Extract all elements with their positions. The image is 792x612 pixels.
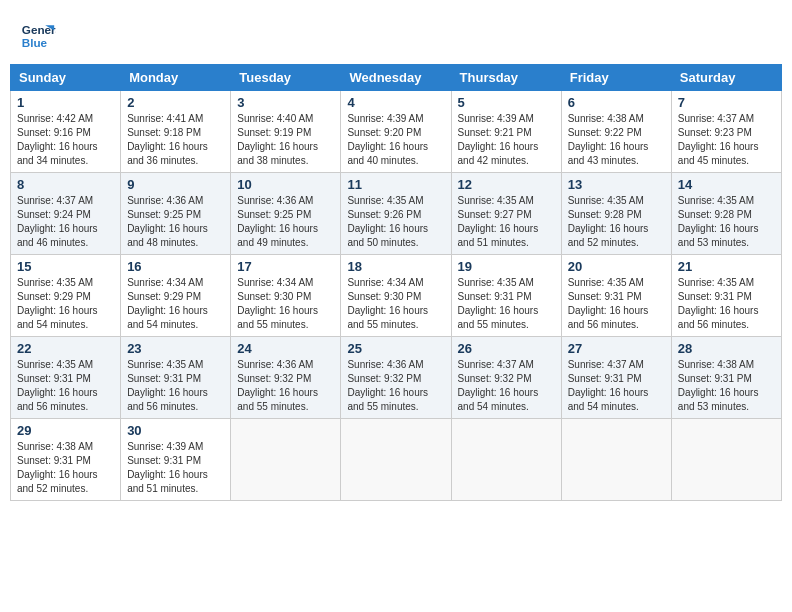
- day-number: 26: [458, 341, 555, 356]
- day-number: 14: [678, 177, 775, 192]
- day-number: 13: [568, 177, 665, 192]
- calendar-week-3: 15 Sunrise: 4:35 AMSunset: 9:29 PMDaylig…: [11, 255, 782, 337]
- day-info: Sunrise: 4:35 AMSunset: 9:28 PMDaylight:…: [678, 195, 759, 248]
- header: General Blue: [10, 10, 782, 58]
- day-info: Sunrise: 4:35 AMSunset: 9:31 PMDaylight:…: [17, 359, 98, 412]
- calendar-cell: 24 Sunrise: 4:36 AMSunset: 9:32 PMDaylig…: [231, 337, 341, 419]
- day-number: 17: [237, 259, 334, 274]
- calendar-table: SundayMondayTuesdayWednesdayThursdayFrid…: [10, 64, 782, 501]
- day-info: Sunrise: 4:37 AMSunset: 9:32 PMDaylight:…: [458, 359, 539, 412]
- calendar-cell: 12 Sunrise: 4:35 AMSunset: 9:27 PMDaylig…: [451, 173, 561, 255]
- day-info: Sunrise: 4:35 AMSunset: 9:31 PMDaylight:…: [458, 277, 539, 330]
- calendar-cell: [671, 419, 781, 501]
- day-number: 18: [347, 259, 444, 274]
- day-info: Sunrise: 4:37 AMSunset: 9:23 PMDaylight:…: [678, 113, 759, 166]
- calendar-cell: 16 Sunrise: 4:34 AMSunset: 9:29 PMDaylig…: [121, 255, 231, 337]
- day-number: 21: [678, 259, 775, 274]
- day-number: 1: [17, 95, 114, 110]
- day-number: 8: [17, 177, 114, 192]
- calendar-cell: 30 Sunrise: 4:39 AMSunset: 9:31 PMDaylig…: [121, 419, 231, 501]
- day-number: 25: [347, 341, 444, 356]
- calendar-week-2: 8 Sunrise: 4:37 AMSunset: 9:24 PMDayligh…: [11, 173, 782, 255]
- svg-text:Blue: Blue: [22, 36, 48, 49]
- day-info: Sunrise: 4:39 AMSunset: 9:31 PMDaylight:…: [127, 441, 208, 494]
- day-info: Sunrise: 4:35 AMSunset: 9:29 PMDaylight:…: [17, 277, 98, 330]
- day-number: 9: [127, 177, 224, 192]
- day-info: Sunrise: 4:39 AMSunset: 9:20 PMDaylight:…: [347, 113, 428, 166]
- day-info: Sunrise: 4:34 AMSunset: 9:30 PMDaylight:…: [237, 277, 318, 330]
- day-info: Sunrise: 4:36 AMSunset: 9:32 PMDaylight:…: [347, 359, 428, 412]
- day-info: Sunrise: 4:35 AMSunset: 9:27 PMDaylight:…: [458, 195, 539, 248]
- day-info: Sunrise: 4:39 AMSunset: 9:21 PMDaylight:…: [458, 113, 539, 166]
- calendar-cell: [451, 419, 561, 501]
- weekday-header-friday: Friday: [561, 65, 671, 91]
- calendar-cell: 11 Sunrise: 4:35 AMSunset: 9:26 PMDaylig…: [341, 173, 451, 255]
- calendar-cell: 8 Sunrise: 4:37 AMSunset: 9:24 PMDayligh…: [11, 173, 121, 255]
- logo-icon: General Blue: [20, 18, 56, 54]
- logo: General Blue: [20, 18, 56, 54]
- day-number: 7: [678, 95, 775, 110]
- day-number: 29: [17, 423, 114, 438]
- day-info: Sunrise: 4:38 AMSunset: 9:31 PMDaylight:…: [678, 359, 759, 412]
- day-info: Sunrise: 4:36 AMSunset: 9:25 PMDaylight:…: [237, 195, 318, 248]
- calendar-header-row: SundayMondayTuesdayWednesdayThursdayFrid…: [11, 65, 782, 91]
- calendar-cell: 2 Sunrise: 4:41 AMSunset: 9:18 PMDayligh…: [121, 91, 231, 173]
- calendar-cell: 26 Sunrise: 4:37 AMSunset: 9:32 PMDaylig…: [451, 337, 561, 419]
- calendar-cell: [341, 419, 451, 501]
- weekday-header-sunday: Sunday: [11, 65, 121, 91]
- day-number: 11: [347, 177, 444, 192]
- calendar-cell: 15 Sunrise: 4:35 AMSunset: 9:29 PMDaylig…: [11, 255, 121, 337]
- calendar-cell: 23 Sunrise: 4:35 AMSunset: 9:31 PMDaylig…: [121, 337, 231, 419]
- calendar-cell: [561, 419, 671, 501]
- day-info: Sunrise: 4:37 AMSunset: 9:31 PMDaylight:…: [568, 359, 649, 412]
- weekday-header-saturday: Saturday: [671, 65, 781, 91]
- day-info: Sunrise: 4:35 AMSunset: 9:26 PMDaylight:…: [347, 195, 428, 248]
- calendar-cell: 28 Sunrise: 4:38 AMSunset: 9:31 PMDaylig…: [671, 337, 781, 419]
- day-number: 12: [458, 177, 555, 192]
- day-info: Sunrise: 4:35 AMSunset: 9:28 PMDaylight:…: [568, 195, 649, 248]
- day-info: Sunrise: 4:37 AMSunset: 9:24 PMDaylight:…: [17, 195, 98, 248]
- calendar-week-4: 22 Sunrise: 4:35 AMSunset: 9:31 PMDaylig…: [11, 337, 782, 419]
- day-info: Sunrise: 4:34 AMSunset: 9:30 PMDaylight:…: [347, 277, 428, 330]
- day-info: Sunrise: 4:36 AMSunset: 9:25 PMDaylight:…: [127, 195, 208, 248]
- calendar-cell: 7 Sunrise: 4:37 AMSunset: 9:23 PMDayligh…: [671, 91, 781, 173]
- calendar-cell: 10 Sunrise: 4:36 AMSunset: 9:25 PMDaylig…: [231, 173, 341, 255]
- weekday-header-wednesday: Wednesday: [341, 65, 451, 91]
- day-number: 28: [678, 341, 775, 356]
- calendar-week-1: 1 Sunrise: 4:42 AMSunset: 9:16 PMDayligh…: [11, 91, 782, 173]
- calendar-cell: 13 Sunrise: 4:35 AMSunset: 9:28 PMDaylig…: [561, 173, 671, 255]
- calendar-cell: 18 Sunrise: 4:34 AMSunset: 9:30 PMDaylig…: [341, 255, 451, 337]
- day-number: 16: [127, 259, 224, 274]
- calendar-cell: 20 Sunrise: 4:35 AMSunset: 9:31 PMDaylig…: [561, 255, 671, 337]
- day-number: 10: [237, 177, 334, 192]
- day-info: Sunrise: 4:35 AMSunset: 9:31 PMDaylight:…: [678, 277, 759, 330]
- day-number: 19: [458, 259, 555, 274]
- day-number: 2: [127, 95, 224, 110]
- day-number: 4: [347, 95, 444, 110]
- calendar-body: 1 Sunrise: 4:42 AMSunset: 9:16 PMDayligh…: [11, 91, 782, 501]
- day-info: Sunrise: 4:38 AMSunset: 9:22 PMDaylight:…: [568, 113, 649, 166]
- day-info: Sunrise: 4:42 AMSunset: 9:16 PMDaylight:…: [17, 113, 98, 166]
- calendar-cell: 21 Sunrise: 4:35 AMSunset: 9:31 PMDaylig…: [671, 255, 781, 337]
- day-info: Sunrise: 4:35 AMSunset: 9:31 PMDaylight:…: [127, 359, 208, 412]
- day-number: 5: [458, 95, 555, 110]
- day-number: 23: [127, 341, 224, 356]
- calendar-cell: 4 Sunrise: 4:39 AMSunset: 9:20 PMDayligh…: [341, 91, 451, 173]
- weekday-header-tuesday: Tuesday: [231, 65, 341, 91]
- day-info: Sunrise: 4:41 AMSunset: 9:18 PMDaylight:…: [127, 113, 208, 166]
- calendar-cell: [231, 419, 341, 501]
- calendar-cell: 22 Sunrise: 4:35 AMSunset: 9:31 PMDaylig…: [11, 337, 121, 419]
- day-number: 27: [568, 341, 665, 356]
- calendar-week-5: 29 Sunrise: 4:38 AMSunset: 9:31 PMDaylig…: [11, 419, 782, 501]
- calendar-cell: 9 Sunrise: 4:36 AMSunset: 9:25 PMDayligh…: [121, 173, 231, 255]
- calendar-cell: 1 Sunrise: 4:42 AMSunset: 9:16 PMDayligh…: [11, 91, 121, 173]
- day-number: 20: [568, 259, 665, 274]
- svg-text:General: General: [22, 23, 56, 36]
- day-info: Sunrise: 4:36 AMSunset: 9:32 PMDaylight:…: [237, 359, 318, 412]
- day-number: 30: [127, 423, 224, 438]
- calendar-cell: 29 Sunrise: 4:38 AMSunset: 9:31 PMDaylig…: [11, 419, 121, 501]
- day-info: Sunrise: 4:34 AMSunset: 9:29 PMDaylight:…: [127, 277, 208, 330]
- day-info: Sunrise: 4:35 AMSunset: 9:31 PMDaylight:…: [568, 277, 649, 330]
- calendar-cell: 14 Sunrise: 4:35 AMSunset: 9:28 PMDaylig…: [671, 173, 781, 255]
- day-number: 22: [17, 341, 114, 356]
